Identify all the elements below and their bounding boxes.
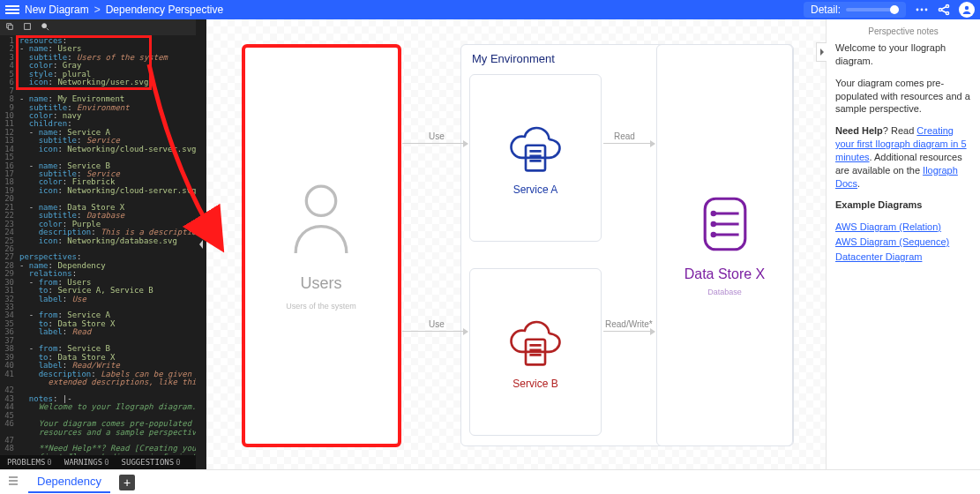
code-editor[interactable]: 1resources:2- name: Users3 subtitle: Use…	[0, 19, 196, 469]
tab-dependency[interactable]: Dependency	[28, 471, 110, 493]
breadcrumb-sep: >	[94, 4, 101, 16]
edge-label-use-a: Use	[429, 131, 445, 141]
collapse-notes-handle[interactable]	[816, 42, 827, 62]
diagram-canvas[interactable]: Users Users of the system My Environment…	[206, 19, 826, 469]
svg-point-2	[925, 9, 928, 11]
node-data-store[interactable]: Data Store X Database	[656, 44, 793, 446]
list-icon[interactable]	[7, 475, 19, 490]
edge-use-a	[402, 143, 468, 144]
example-link-2[interactable]: Datacenter Diagram	[835, 251, 922, 262]
notes-heading: Perspective notes	[835, 26, 971, 36]
breadcrumb-current[interactable]: Dependency Perspective	[106, 4, 223, 16]
ds-subtitle: Database	[707, 288, 742, 296]
copy-icon[interactable]	[23, 22, 32, 33]
notes-populated: Your diagram comes pre-populated with re…	[835, 77, 971, 116]
breadcrumb-root[interactable]: New Diagram	[25, 4, 89, 16]
svg-point-1	[921, 9, 924, 11]
node-service-b[interactable]: Service B	[469, 268, 602, 436]
open-icon[interactable]	[5, 22, 14, 33]
edge-rw	[603, 331, 655, 332]
node-service-a[interactable]: Service A	[469, 74, 602, 242]
notes-panel: Perspective notes Welcome to your Ilogra…	[826, 19, 980, 469]
svg-point-14	[712, 222, 714, 225]
detail-slider[interactable]: Detail:	[804, 2, 906, 18]
example-link-1[interactable]: AWS Diagram (Sequence)	[835, 236, 949, 247]
add-tab-button[interactable]: +	[119, 475, 135, 490]
ds-title: Data Store X	[685, 266, 766, 282]
warnings-count[interactable]: WARNINGS0	[64, 458, 109, 467]
detail-label: Detail:	[811, 4, 841, 16]
account-icon[interactable]	[959, 2, 975, 18]
notes-welcome: Welcome to your Ilograph diagram.	[835, 41, 971, 68]
edge-label-read: Read	[614, 131, 635, 141]
detail-track[interactable]	[846, 8, 899, 11]
code-toolbar	[0, 19, 196, 35]
problems-count[interactable]: PROBLEMS0	[7, 458, 52, 467]
search-icon[interactable]	[41, 22, 49, 33]
svg-point-0	[916, 9, 919, 11]
collapse-editor-handle[interactable]	[196, 19, 206, 469]
svg-point-6	[965, 6, 969, 10]
env-title: My Environment	[472, 52, 555, 65]
example-heading: Example Diagrams	[835, 198, 971, 212]
share-icon[interactable]	[938, 4, 950, 16]
svg-point-5	[946, 11, 948, 14]
svg-point-15	[712, 233, 714, 236]
suggestions-count[interactable]: SUGGESTIONS0	[122, 458, 181, 467]
users-title: Users	[300, 274, 341, 293]
node-users[interactable]: Users Users of the system	[243, 46, 399, 445]
edge-use-b	[402, 331, 468, 332]
perspective-bar: Dependency +	[0, 469, 980, 494]
svg-point-3	[946, 4, 948, 7]
edge-label-use-b: Use	[429, 319, 445, 329]
edge-label-rw: Read/Write*	[605, 319, 653, 329]
more-icon[interactable]	[915, 3, 929, 17]
topbar: New Diagram > Dependency Perspective Det…	[0, 0, 980, 19]
svg-point-9	[306, 186, 335, 215]
notes-help: Need Help? Read Creating your first Ilog…	[835, 124, 971, 190]
example-link-0[interactable]: AWS Diagram (Relation)	[835, 221, 941, 232]
svg-point-4	[939, 8, 941, 11]
menu-icon[interactable]	[5, 3, 19, 17]
svg-point-8	[42, 24, 47, 28]
code-status-bar: PROBLEMS0 WARNINGS0 SUGGESTIONS0	[0, 455, 196, 469]
code-body[interactable]: 1resources:2- name: Users3 subtitle: Use…	[0, 35, 196, 455]
service-b-title: Service B	[512, 378, 557, 390]
edge-read	[603, 143, 655, 144]
svg-rect-7	[25, 24, 31, 30]
svg-point-13	[712, 212, 714, 214]
users-subtitle: Users of the system	[286, 302, 356, 311]
service-a-title: Service A	[513, 183, 558, 196]
